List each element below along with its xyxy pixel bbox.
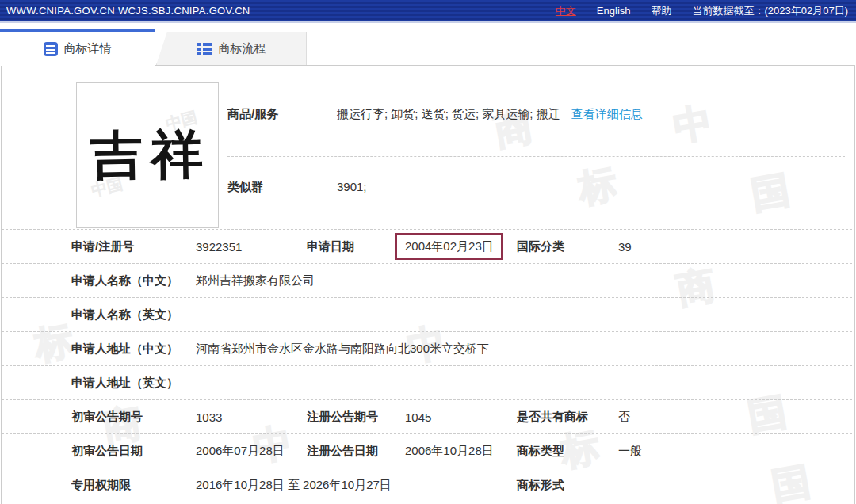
top-bar: WWW.CNIPA.GOV.CN WCJS.SBJ.CNIPA.GOV.CN 中… [0,0,856,23]
intl-class-value: 39 [618,240,855,254]
goods-value: 搬运行李; 卸货; 送货; 货运; 家具运输; 搬迁 [337,107,560,122]
table-row-address-en: 申请人地址（英文） [2,366,855,400]
is-shared-value: 否 [618,410,855,425]
view-details-link[interactable]: 查看详细信息 [571,107,643,122]
is-shared-label: 是否共有商标 [517,410,618,425]
tab-details-label: 商标详情 [64,41,112,56]
reg-gazette-date-label: 注册公告日期 [307,444,405,459]
data-cutoff-date: 当前数据截至：(2023年02月07日) [693,4,849,18]
detail-table: 申请/注册号 3922351 申请日期 2004年02月23日 国际分类 39 … [2,229,855,502]
reg-gazette-no-label: 注册公告期号 [307,410,405,425]
table-row-address-cn: 申请人地址（中文） 河南省郑州市金水区金水路与南阳路向北300米立交桥下 [2,332,855,366]
document-lines-icon [44,42,58,56]
tm-type-label: 商标类型 [517,444,618,459]
applicant-cn-label: 申请人名称（中文） [71,273,196,288]
background-watermark: 中 [670,96,716,152]
similar-group-label: 类似群 [227,180,337,195]
apply-date-cell: 2004年02月23日 [405,233,517,261]
similar-group-value: 3901; [337,180,367,195]
applicant-en-label: 申请人名称（英文） [71,307,196,323]
reg-no-value: 3922351 [196,240,307,254]
table-row-gazette-date: 初审公告日期 2006年07月28日 注册公告日期 2006年10月28日 商标… [2,434,855,468]
exclusive-period-label: 专用权期限 [71,478,196,493]
list-grid-icon [197,43,212,55]
apply-date-label: 申请日期 [307,239,405,254]
table-row-registration: 申请/注册号 3922351 申请日期 2004年02月23日 国际分类 39 [2,230,855,264]
first-gazette-date-value: 2006年07月28日 [196,444,307,459]
tm-form-label: 商标形式 [517,478,618,493]
top-bar-links: 中文 English 帮助 当前数据截至：(2023年02月07日) [556,4,856,18]
lang-switch-chinese[interactable]: 中文 [556,4,576,18]
tab-trademark-flow[interactable]: 商标流程 [156,32,307,65]
exclusive-period-value: 2016年10月28日 至 2026年10月27日 [196,478,517,493]
goods-services-row: 商品/服务 搬运行李; 卸货; 送货; 货运; 家具运输; 搬迁 查看详细信息 [227,107,846,122]
tab-flow-label: 商标流程 [219,41,266,56]
table-row-gazette-no: 初审公告期号 1033 注册公告期号 1045 是否共有商标 否 [2,400,855,434]
site-urls: WWW.CNIPA.GOV.CN WCJS.SBJ.CNIPA.GOV.CN [0,5,250,17]
reg-gazette-no-value: 1045 [405,410,517,424]
divider [227,156,845,157]
trademark-detail-panel: 商标中国商标中国商标中国 中国 中国 吉祥 商品/服务 搬运行李; 卸货; 送货… [1,65,855,504]
similar-group-row: 类似群 3901; [227,180,846,195]
address-cn-label: 申请人地址（中文） [71,342,196,357]
table-row-applicant-en: 申请人名称（英文） [2,298,855,332]
applicant-cn-value: 郑州吉祥搬家有限公司 [196,273,855,288]
table-row-applicant-cn: 申请人名称（中文） 郑州吉祥搬家有限公司 [2,264,855,298]
trademark-characters: 吉祥 [83,119,212,193]
intl-class-label: 国际分类 [517,239,618,254]
table-row-exclusive-period: 专用权期限 2016年10月28日 至 2026年10月27日 商标形式 [2,468,855,502]
tm-type-value: 一般 [618,444,855,459]
first-gazette-no-value: 1033 [196,410,307,424]
reg-gazette-date-value: 2006年10月28日 [405,444,517,459]
first-gazette-no-label: 初审公告期号 [71,410,196,425]
trademark-image: 中国 中国 吉祥 [76,82,219,228]
reg-no-label: 申请/注册号 [71,239,196,254]
help-link[interactable]: 帮助 [652,4,672,18]
apply-date-highlight-box: 2004年02月23日 [395,233,503,261]
tab-trademark-details[interactable]: 商标详情 [0,29,155,66]
address-cn-value: 河南省郑州市金水区金水路与南阳路向北300米立交桥下 [196,342,855,357]
lang-switch-english[interactable]: English [597,5,631,17]
goods-label: 商品/服务 [227,107,337,122]
address-en-label: 申请人地址（英文） [71,376,196,391]
first-gazette-date-label: 初审公告日期 [71,444,196,459]
